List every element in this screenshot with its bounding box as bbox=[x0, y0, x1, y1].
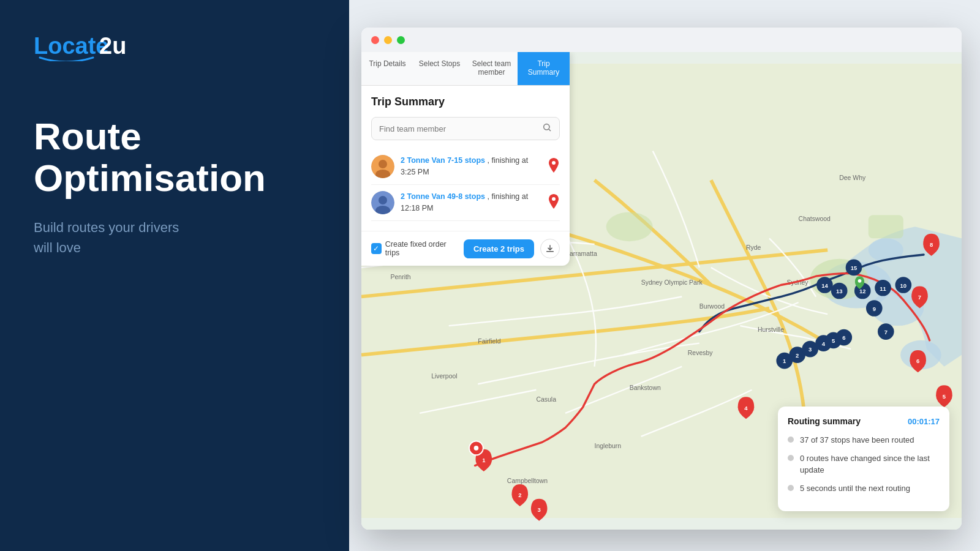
dot-minimize[interactable] bbox=[384, 36, 392, 44]
svg-text:Liverpool: Liverpool bbox=[431, 373, 457, 380]
svg-text:7: 7 bbox=[884, 329, 888, 335]
svg-text:5: 5 bbox=[943, 393, 946, 400]
svg-text:Ingleburn: Ingleburn bbox=[595, 443, 622, 449]
svg-point-75 bbox=[552, 197, 556, 201]
routing-summary-panel: Routing summary 00:01:17 37 of 37 stops … bbox=[778, 407, 949, 511]
svg-text:6: 6 bbox=[916, 358, 919, 364]
svg-text:2: 2 bbox=[518, 492, 521, 498]
right-panel: Parramatta Sydney Olympic Park Burwood R… bbox=[349, 0, 980, 551]
svg-text:4: 4 bbox=[822, 340, 826, 347]
routing-text-2: 5 seconds until the next routing bbox=[800, 483, 910, 494]
route-highlight-2: 2 Tonne Van 49-8 stops bbox=[401, 192, 485, 201]
dot-close[interactable] bbox=[371, 36, 379, 44]
svg-rect-9 bbox=[869, 215, 903, 238]
fixed-order-label: ✓ Create fixed order trips bbox=[371, 240, 458, 257]
svg-point-67 bbox=[544, 124, 549, 130]
svg-text:1: 1 bbox=[482, 457, 486, 463]
checkbox-text: Create fixed order trips bbox=[385, 240, 458, 257]
svg-point-73 bbox=[379, 196, 387, 204]
svg-text:5: 5 bbox=[832, 337, 835, 344]
routing-timer: 00:01:17 bbox=[908, 417, 940, 426]
svg-point-71 bbox=[552, 161, 556, 165]
route-pin-2 bbox=[548, 194, 560, 212]
routing-dot-1 bbox=[788, 455, 794, 461]
route-highlight-1: 2 Tonne Van 7-15 stops bbox=[401, 156, 485, 165]
logo-svg: Locate 2u bbox=[34, 31, 144, 61]
routing-summary-title: Routing summary bbox=[788, 416, 861, 426]
svg-text:Fairfield: Fairfield bbox=[478, 338, 500, 345]
trip-tabs: Trip Details Select Stops Select team me… bbox=[361, 52, 570, 86]
svg-text:Campbelltown: Campbelltown bbox=[507, 478, 548, 484]
tab-trip-summary[interactable]: Trip Summary bbox=[518, 52, 570, 85]
download-button[interactable] bbox=[540, 239, 560, 258]
svg-text:14: 14 bbox=[821, 282, 828, 289]
svg-text:Dee Why: Dee Why bbox=[839, 174, 866, 181]
svg-text:11: 11 bbox=[880, 285, 886, 292]
avatar-2 bbox=[371, 191, 394, 214]
tab-select-team[interactable]: Select team member bbox=[466, 52, 518, 85]
routing-text-0: 37 of 37 stops have been routed bbox=[800, 435, 914, 446]
route-info-2: 2 Tonne Van 49-8 stops , finishing at 12… bbox=[401, 191, 541, 214]
routing-text-1: 0 routes have changed since the last upd… bbox=[800, 453, 940, 475]
browser-titlebar bbox=[361, 28, 962, 52]
route-item-2: 2 Tonne Van 49-8 stops , finishing at 12… bbox=[371, 185, 560, 221]
svg-text:4: 4 bbox=[744, 405, 748, 411]
svg-point-8 bbox=[606, 212, 653, 242]
svg-point-64 bbox=[858, 279, 862, 283]
svg-text:7: 7 bbox=[918, 294, 921, 301]
svg-text:1: 1 bbox=[783, 358, 786, 364]
svg-text:12: 12 bbox=[859, 288, 866, 294]
routing-item-2: 5 seconds until the next routing bbox=[788, 483, 940, 494]
routing-dot-0 bbox=[788, 437, 794, 443]
checkbox-icon[interactable]: ✓ bbox=[371, 243, 382, 254]
svg-text:Casula: Casula bbox=[536, 396, 556, 403]
svg-text:15: 15 bbox=[851, 264, 858, 271]
hero-subtitle: Build routes your drivers will love bbox=[34, 217, 266, 258]
search-box bbox=[371, 117, 560, 140]
trip-summary-title: Trip Summary bbox=[371, 96, 560, 108]
logo-text: Locate 2u bbox=[34, 31, 144, 67]
svg-text:10: 10 bbox=[900, 282, 907, 289]
routing-item-1: 0 routes have changed since the last upd… bbox=[788, 453, 940, 475]
trip-panel: Trip Details Select Stops Select team me… bbox=[361, 52, 570, 266]
browser-content: Parramatta Sydney Olympic Park Burwood R… bbox=[361, 52, 962, 530]
create-trips-button[interactable]: Create 2 trips bbox=[464, 239, 534, 258]
svg-text:2u: 2u bbox=[99, 33, 126, 59]
svg-text:8: 8 bbox=[930, 241, 933, 248]
svg-text:3: 3 bbox=[809, 346, 812, 353]
route-info-1: 2 Tonne Van 7-15 stops , finishing at 3:… bbox=[401, 155, 541, 178]
browser-dots bbox=[371, 36, 405, 44]
logo: Locate 2u bbox=[34, 31, 315, 67]
svg-text:Bankstown: Bankstown bbox=[630, 384, 661, 391]
svg-text:Locate: Locate bbox=[34, 33, 108, 59]
svg-text:Revesby: Revesby bbox=[688, 350, 713, 356]
browser-window: Parramatta Sydney Olympic Park Burwood R… bbox=[361, 28, 962, 530]
svg-text:2: 2 bbox=[796, 352, 799, 359]
route-item-1: 2 Tonne Van 7-15 stops , finishing at 3:… bbox=[371, 149, 560, 185]
svg-text:Parramatta: Parramatta bbox=[565, 250, 597, 257]
svg-text:Penrith: Penrith bbox=[391, 274, 411, 280]
search-icon[interactable] bbox=[542, 122, 552, 135]
svg-text:6: 6 bbox=[842, 334, 845, 341]
svg-text:Chatswood: Chatswood bbox=[799, 216, 831, 222]
svg-text:Sydney Olympic Park: Sydney Olympic Park bbox=[641, 279, 703, 286]
routing-dot-2 bbox=[788, 485, 794, 491]
svg-text:Hurstville: Hurstville bbox=[758, 326, 784, 333]
dot-maximize[interactable] bbox=[397, 36, 405, 44]
svg-text:13: 13 bbox=[836, 288, 843, 294]
svg-text:9: 9 bbox=[873, 305, 876, 312]
svg-text:3: 3 bbox=[538, 506, 541, 513]
search-input[interactable] bbox=[379, 124, 542, 133]
trip-body: Trip Summary bbox=[361, 86, 570, 231]
left-panel: Locate 2u Route Optimisation Build route… bbox=[0, 0, 349, 551]
avatar-1 bbox=[371, 155, 394, 178]
route-pin-1 bbox=[548, 158, 560, 176]
svg-text:Burwood: Burwood bbox=[699, 303, 725, 310]
tab-trip-details[interactable]: Trip Details bbox=[361, 52, 413, 85]
trip-footer: ✓ Create fixed order trips Create 2 trip… bbox=[361, 231, 570, 266]
svg-text:Ryde: Ryde bbox=[746, 244, 761, 251]
svg-point-69 bbox=[379, 160, 387, 168]
svg-point-66 bbox=[474, 446, 479, 451]
tab-select-stops[interactable]: Select Stops bbox=[413, 52, 466, 85]
hero-title: Route Optimisation bbox=[34, 116, 315, 199]
